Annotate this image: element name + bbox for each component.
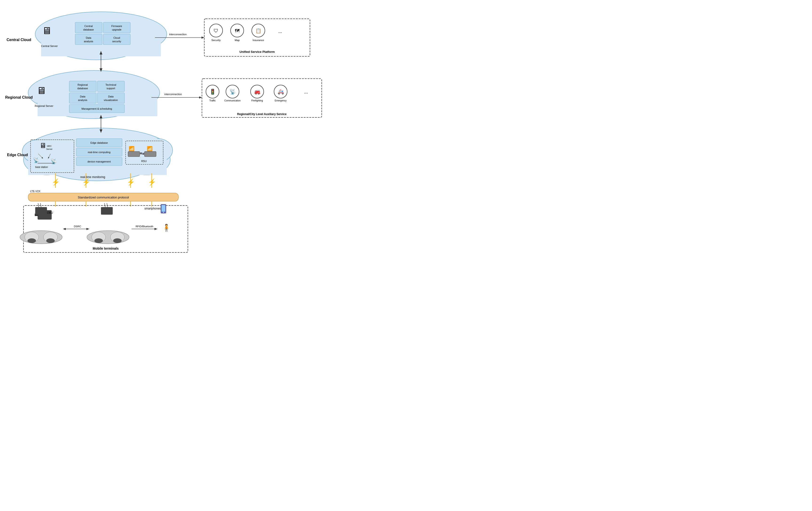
svg-rect-141 <box>35 207 47 215</box>
svg-text:⚡: ⚡ <box>52 178 60 186</box>
regional-server-icon: 🖥 <box>36 85 46 96</box>
svg-line-146 <box>107 203 108 207</box>
svg-rect-28 <box>69 81 96 92</box>
svg-text:base station: base station <box>35 166 48 168</box>
svg-text:interconnection: interconnection <box>169 33 187 36</box>
svg-text:Communication: Communication <box>224 100 240 102</box>
svg-point-139 <box>94 238 103 243</box>
svg-text:smartphones: smartphones <box>144 207 161 210</box>
diagram-container: 🖥 Central Server Central database Firmwa… <box>0 0 406 256</box>
svg-text:upgrade: upgrade <box>112 28 121 31</box>
svg-text:OBU: OBU <box>47 211 53 215</box>
svg-text:DSRC: DSRC <box>74 225 81 228</box>
svg-rect-31 <box>97 81 124 92</box>
svg-text:Unified Service Platform: Unified Service Platform <box>239 50 275 54</box>
svg-text:LTE-V2X: LTE-V2X <box>30 190 40 193</box>
svg-text:📋: 📋 <box>256 28 261 34</box>
svg-rect-96 <box>202 79 322 117</box>
svg-text:Technical: Technical <box>106 83 116 86</box>
svg-text:Regional: Regional <box>78 83 88 86</box>
svg-text:Security: Security <box>211 39 221 41</box>
svg-text:Cloud: Cloud <box>113 36 120 39</box>
svg-point-134 <box>27 238 36 243</box>
svg-rect-69 <box>128 151 140 157</box>
svg-text:🧍: 🧍 <box>162 224 171 232</box>
svg-text:...: ... <box>304 89 308 94</box>
svg-text:⚡: ⚡ <box>82 178 90 186</box>
svg-point-140 <box>113 238 122 243</box>
central-server-icon: 🖥 <box>42 25 52 36</box>
svg-rect-14 <box>75 34 102 45</box>
svg-text:⚡: ⚡ <box>148 178 156 186</box>
svg-rect-11 <box>103 22 130 33</box>
svg-text:🚑: 🚑 <box>278 88 284 95</box>
svg-text:support: support <box>107 87 115 90</box>
svg-rect-8 <box>75 22 102 33</box>
svg-text:Traffic: Traffic <box>209 100 215 102</box>
svg-text:📡: 📡 <box>33 157 39 164</box>
svg-text:Firefighting: Firefighting <box>251 100 263 102</box>
svg-text:📡: 📡 <box>51 158 57 165</box>
svg-rect-34 <box>69 93 96 103</box>
svg-text:Data: Data <box>108 95 114 98</box>
svg-text:RFID/Bluetooth: RFID/Bluetooth <box>136 225 153 228</box>
svg-rect-151 <box>162 205 165 211</box>
main-diagram-svg: 🖥 Central Server Central database Firmwa… <box>0 0 406 256</box>
svg-text:real-time monitoring: real-time monitoring <box>80 175 105 179</box>
svg-text:interconnection: interconnection <box>164 93 182 95</box>
edge-cloud-label: Edge Cloud <box>7 153 28 157</box>
svg-text:device management: device management <box>87 160 111 163</box>
svg-text:Server: Server <box>46 148 53 150</box>
svg-text:Data: Data <box>86 36 91 39</box>
svg-text:🚦: 🚦 <box>209 88 216 95</box>
svg-text:MEC: MEC <box>47 145 52 147</box>
svg-text:analysis: analysis <box>78 98 87 102</box>
svg-text:🗺: 🗺 <box>235 28 239 33</box>
svg-text:...: ... <box>278 29 282 34</box>
svg-point-152 <box>163 212 164 213</box>
svg-text:real-time computing: real-time computing <box>88 151 111 153</box>
central-server-label: Central Server <box>41 45 58 48</box>
svg-rect-144 <box>101 207 113 215</box>
svg-line-143 <box>40 203 41 207</box>
svg-point-135 <box>46 238 55 243</box>
svg-text:analysis: analysis <box>84 40 93 43</box>
regional-server-label: Regional Server <box>35 105 53 107</box>
svg-text:Edge database: Edge database <box>90 141 108 144</box>
svg-text:Regional/City Level Auxiliary : Regional/City Level Auxiliary Service <box>237 112 287 116</box>
svg-rect-17 <box>103 34 130 45</box>
svg-rect-37 <box>97 93 124 103</box>
svg-rect-70 <box>144 151 156 157</box>
svg-text:Data: Data <box>80 95 85 98</box>
svg-text:Emergency: Emergency <box>275 100 287 102</box>
svg-line-145 <box>105 203 105 207</box>
svg-text:visualization: visualization <box>104 98 118 102</box>
svg-text:🖥: 🖥 <box>39 142 47 149</box>
svg-text:database: database <box>83 28 94 31</box>
svg-text:Map: Map <box>235 39 239 41</box>
svg-text:🛡: 🛡 <box>214 28 219 33</box>
svg-text:Central: Central <box>84 25 92 27</box>
svg-text:📶: 📶 <box>129 146 135 151</box>
svg-text:RSU: RSU <box>141 160 147 163</box>
svg-text:database: database <box>77 87 88 90</box>
svg-text:📡: 📡 <box>229 88 236 95</box>
regional-cloud-label: Regional Cloud <box>5 95 33 100</box>
svg-text:Firmware: Firmware <box>111 25 122 27</box>
svg-text:🚒: 🚒 <box>254 88 261 95</box>
svg-text:Mobile terminals: Mobile terminals <box>93 247 119 250</box>
central-cloud-label: Central Cloud <box>6 38 31 42</box>
svg-text:⚡: ⚡ <box>127 178 135 186</box>
svg-text:Management & scheduling: Management & scheduling <box>82 107 112 110</box>
svg-text:security: security <box>112 40 121 43</box>
svg-text:📶: 📶 <box>147 146 153 151</box>
svg-text:Standardized communication pro: Standardized communication protocol <box>78 196 129 199</box>
svg-text:Insurance: Insurance <box>253 39 264 41</box>
svg-line-142 <box>38 203 39 207</box>
